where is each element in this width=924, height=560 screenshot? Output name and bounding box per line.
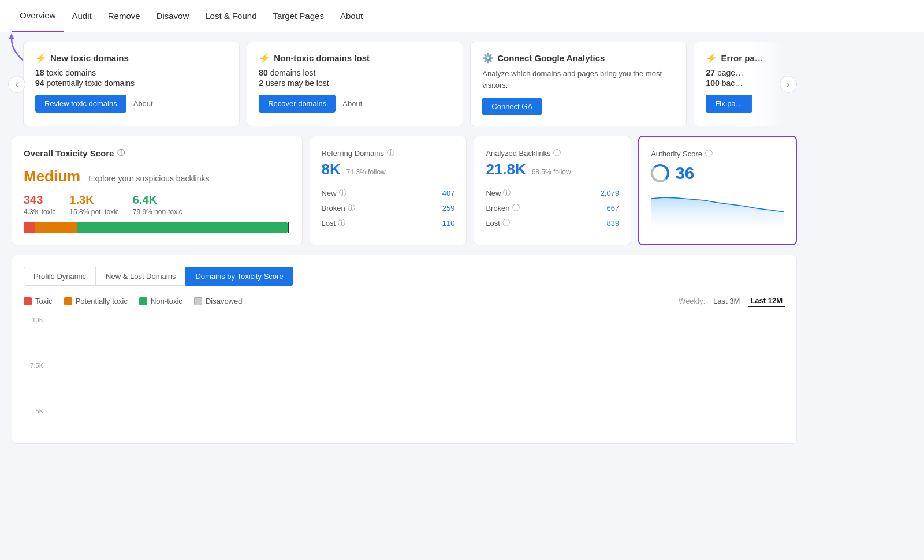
- tabs-section: Profile Dynamic New & Lost Domains Domai…: [12, 255, 797, 444]
- chart-bars: [49, 316, 785, 415]
- referring-row-new: New ⓘ 407: [322, 185, 455, 200]
- bolt-icon-2: ⚡: [259, 53, 270, 64]
- toxicity-card: Overall Toxicity Score ⓘ Medium Explore …: [12, 136, 303, 245]
- legend-box-green: [139, 297, 147, 305]
- nav-disavow[interactable]: Disavow: [148, 0, 198, 32]
- referring-big: 8K: [322, 160, 341, 178]
- cards-row: ⚡ New toxic domains 18toxic domains 94po…: [12, 42, 797, 126]
- tox-green: 6.4K 79.9% non-toxic: [133, 193, 182, 216]
- card-actions-4: Fix pa…: [706, 95, 773, 113]
- bar-cursor: [288, 222, 289, 233]
- toxicity-sublabel: Explore your suspicious backlinks: [88, 174, 209, 183]
- tab-toxicity-score[interactable]: Domains by Toxicity Score: [185, 267, 293, 286]
- new-ref-info[interactable]: ⓘ: [339, 188, 346, 198]
- y-axis-labels: 10K 7.5K 5K: [24, 316, 47, 415]
- card-title-2: ⚡ Non-toxic domains lost: [259, 53, 451, 64]
- referring-rows: New ⓘ 407 Broken ⓘ 259 Lost ⓘ: [322, 185, 455, 230]
- referring-domains-card: Referring Domains ⓘ 8K 71.3% follow New …: [310, 136, 467, 245]
- lost-bl-info[interactable]: ⓘ: [502, 218, 510, 228]
- tab-profile-dynamic[interactable]: Profile Dynamic: [24, 267, 96, 286]
- referring-row-broken: Broken ⓘ 259: [322, 200, 455, 215]
- backlinks-rows: New ⓘ 2,079 Broken ⓘ 667 Lost ⓘ: [486, 185, 619, 230]
- card-stat-4b: 100bac…: [706, 79, 773, 88]
- about-link-2[interactable]: About: [342, 99, 362, 108]
- backlinks-row-lost: Lost ⓘ 839: [486, 215, 619, 230]
- broken-ref-info[interactable]: ⓘ: [348, 203, 355, 213]
- card-stat-1b: 94potentially toxic domains: [35, 79, 228, 88]
- time-last12m[interactable]: Last 12M: [748, 295, 785, 307]
- main-nav: Overview Audit Remove Disavow Lost & Fou…: [0, 0, 924, 32]
- backlinks-row-new: New ⓘ 2,079: [486, 185, 619, 200]
- cards-next-btn[interactable]: ›: [780, 76, 797, 93]
- card-title-4: ⚡ Error pa…: [706, 53, 773, 64]
- nav-overview[interactable]: Overview: [12, 0, 64, 32]
- cards-prev-btn[interactable]: ‹: [8, 76, 25, 93]
- toxicity-title: Overall Toxicity Score ⓘ: [24, 148, 290, 158]
- card-stat-1a: 18toxic domains: [35, 68, 228, 77]
- card-stat-2b: 2users may be lost: [259, 79, 451, 88]
- about-link-1[interactable]: About: [133, 99, 153, 108]
- tox-orange: 1.3K 15.8% pot. toxic: [69, 193, 118, 216]
- authority-info-icon[interactable]: ⓘ: [705, 148, 713, 159]
- card-title-3: ⚙️ Connect Google Analytics: [482, 53, 675, 64]
- card-error-pages: ⚡ Error pa… 27page… 100bac… Fix pa…: [694, 42, 785, 126]
- legend-box-grey: [194, 297, 202, 305]
- card-actions-2: Recover domains About: [259, 95, 451, 113]
- legend-box-red: [24, 297, 32, 305]
- nav-remove[interactable]: Remove: [100, 0, 148, 32]
- toxicity-info-icon[interactable]: ⓘ: [117, 148, 125, 158]
- fix-pages-btn[interactable]: Fix pa…: [706, 95, 752, 113]
- referring-info-icon[interactable]: ⓘ: [387, 148, 394, 158]
- connect-ga-btn[interactable]: Connect GA: [482, 98, 542, 115]
- tox-red: 343 4.3% toxic: [24, 193, 55, 216]
- review-toxic-btn[interactable]: Review toxic domains: [35, 95, 126, 113]
- main-content: ‹ ⚡ New toxic domains 18toxic domains 94…: [0, 32, 808, 453]
- tabs-row: Profile Dynamic New & Lost Domains Domai…: [24, 267, 785, 286]
- toxicity-bar: [24, 222, 290, 233]
- bar-orange: [35, 222, 77, 233]
- backlinks-big: 21.8K: [486, 160, 526, 178]
- card-stat-2a: 80domains lost: [259, 68, 451, 77]
- card-actions-1: Review toxic domains About: [35, 95, 228, 113]
- tab-new-lost[interactable]: New & Lost Domains: [96, 267, 185, 286]
- authority-chart: [651, 190, 784, 225]
- chart-area: 10K 7.5K 5K: [24, 316, 785, 432]
- card-actions-3: Connect GA: [482, 98, 675, 115]
- card-stat-4a: 27page…: [706, 68, 773, 77]
- metrics-row: Overall Toxicity Score ⓘ Medium Explore …: [12, 136, 797, 245]
- bolt-icon-4: ⚡: [706, 53, 717, 64]
- lost-ref-info[interactable]: ⓘ: [338, 218, 345, 228]
- authority-score-row: 36: [651, 163, 784, 183]
- backlinks-card: Analyzed Backlinks ⓘ 21.8K 68.5% follow …: [474, 136, 631, 245]
- legend-pot-toxic: Potentially toxic: [64, 297, 128, 305]
- referring-title: Referring Domains ⓘ: [322, 148, 455, 158]
- broken-bl-info[interactable]: ⓘ: [512, 203, 520, 213]
- card-nontoxic-lost: ⚡ Non-toxic domains lost 80domains lost …: [247, 42, 463, 126]
- card-desc-3: Analyze which domains and pages bring yo…: [482, 68, 675, 91]
- recover-domains-btn[interactable]: Recover domains: [259, 95, 336, 113]
- toxicity-label: Medium: [24, 167, 80, 185]
- referring-row-lost: Lost ⓘ 110: [322, 215, 455, 230]
- card-google-analytics: ⚙️ Connect Google Analytics Analyze whic…: [470, 42, 687, 126]
- time-last3m[interactable]: Last 3M: [711, 296, 742, 307]
- card-title-1: ⚡ New toxic domains: [35, 53, 228, 64]
- new-bl-info[interactable]: ⓘ: [503, 188, 511, 198]
- toxicity-nums: 343 4.3% toxic 1.3K 15.8% pot. toxic 6.4…: [24, 193, 290, 216]
- nav-about[interactable]: About: [332, 0, 371, 32]
- legend-row: Toxic Potentially toxic Non-toxic Disavo…: [24, 295, 785, 307]
- bar-red: [24, 222, 35, 233]
- nav-lost-found[interactable]: Lost & Found: [197, 0, 264, 32]
- nav-audit[interactable]: Audit: [64, 0, 100, 32]
- nav-target-pages[interactable]: Target Pages: [265, 0, 332, 32]
- legend-nontoxic: Non-toxic: [139, 297, 182, 305]
- referring-follow: 71.3% follow: [346, 168, 386, 176]
- backlinks-info-icon[interactable]: ⓘ: [553, 148, 561, 158]
- time-controls: Weekly: Last 3M Last 12M: [679, 295, 785, 307]
- authority-score-card: Authority Score ⓘ 36: [638, 136, 797, 245]
- authority-title: Authority Score ⓘ: [651, 148, 784, 159]
- card-new-toxic: ⚡ New toxic domains 18toxic domains 94po…: [23, 42, 240, 126]
- legend-disavowed: Disavowed: [194, 297, 243, 305]
- legend-box-orange: [64, 297, 72, 305]
- bar-green: [77, 222, 288, 233]
- backlinks-title: Analyzed Backlinks ⓘ: [486, 148, 619, 158]
